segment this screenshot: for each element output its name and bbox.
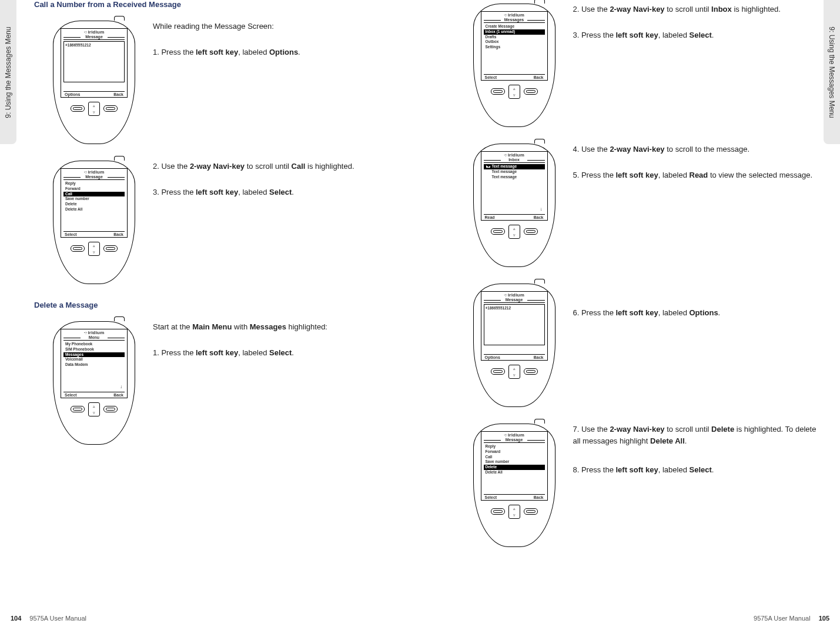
navi-key[interactable]: ▵▿ xyxy=(508,225,520,239)
brand-logo: iridium xyxy=(61,169,127,175)
softkey-right[interactable]: Back xyxy=(534,495,544,499)
menu-item[interactable]: Settings xyxy=(484,45,545,50)
softkey-left[interactable]: Options xyxy=(485,355,500,359)
instruction-r5: 5. Press the left soft key, labeled Read… xyxy=(573,169,817,181)
screen-title: Message xyxy=(63,35,125,40)
navi-key[interactable]: ▵▿ xyxy=(508,505,520,519)
phone-message-view-2: iridium Message +18665551212 Options Bac… xyxy=(473,284,555,407)
screen-title: Menu xyxy=(63,335,125,341)
instruction-r8: 8. Press the left soft key, labeled Sele… xyxy=(573,464,817,476)
menu-item[interactable]: Drafts xyxy=(484,35,545,40)
instruction-2: 2. Use the 2-way Navi-key to scroll unti… xyxy=(153,161,397,172)
menu-item[interactable]: Text message xyxy=(484,169,545,175)
softkey-left[interactable]: Select xyxy=(65,393,77,397)
menu-item[interactable]: Text message xyxy=(484,175,545,180)
phone-message-view: iridium Message +18665551212 Options Bac… xyxy=(53,21,135,144)
navi-key[interactable]: ▵▿ xyxy=(508,85,520,99)
right-soft-button[interactable] xyxy=(524,508,538,515)
left-soft-button[interactable] xyxy=(491,368,505,375)
right-soft-button[interactable] xyxy=(103,245,118,252)
page-number: 104 xyxy=(11,615,21,622)
instruction-3: 3. Press the left soft key, labeled Sele… xyxy=(153,186,397,198)
phone-options-delete: iridium Message Reply Forward Call Save … xyxy=(473,424,555,547)
menu-item[interactable]: Delete All xyxy=(63,207,125,212)
softkey-left[interactable]: Options xyxy=(65,92,80,96)
heading-call-number: Call a Number from a Received Message xyxy=(34,0,397,9)
softkey-right[interactable]: Back xyxy=(534,355,544,359)
right-soft-button[interactable] xyxy=(524,228,538,235)
manual-name: 9575A User Manual xyxy=(754,615,811,622)
menu-item[interactable]: Delete All xyxy=(484,470,545,475)
menu-item[interactable]: My Phonebook xyxy=(63,342,125,347)
left-soft-button[interactable] xyxy=(71,105,85,112)
right-soft-button[interactable] xyxy=(524,368,538,375)
softkey-right[interactable]: Back xyxy=(113,393,123,397)
phone-options-call: iridium Message Reply Forward Call Save … xyxy=(53,161,135,284)
softkey-right[interactable]: Back xyxy=(534,75,544,79)
heading-delete-message: Delete a Message xyxy=(34,301,397,309)
side-tab-right: 9: Using the Messages Menu xyxy=(824,0,840,144)
footer-right: 105 9575A User Manual xyxy=(754,615,829,622)
step-block-1: iridium Message +18665551212 Options Bac… xyxy=(24,21,397,144)
menu-item[interactable]: SIM Phonebook xyxy=(63,347,125,352)
left-soft-button[interactable] xyxy=(491,228,505,235)
right-soft-button[interactable] xyxy=(103,105,118,112)
softkey-right[interactable]: Back xyxy=(534,215,544,219)
mail-icon xyxy=(486,165,491,168)
right-soft-button[interactable] xyxy=(524,88,538,95)
screen-title: Inbox xyxy=(484,158,545,163)
menu-item[interactable]: Forward xyxy=(484,449,545,455)
brand-logo: iridium xyxy=(481,292,547,298)
menu-item[interactable]: Outbox xyxy=(484,39,545,45)
left-soft-button[interactable] xyxy=(71,406,85,412)
menu-list: Create Message Inbox (1 unread) Drafts O… xyxy=(484,24,545,50)
instruction-r4: 4. Use the 2-way Navi-key to scroll to t… xyxy=(573,144,817,155)
navi-key[interactable]: ▵▿ xyxy=(88,402,100,416)
menu-item[interactable]: Save number xyxy=(484,459,545,465)
menu-item[interactable]: Data Modem xyxy=(63,362,125,368)
menu-item[interactable]: Voicemail xyxy=(63,357,125,362)
menu-list: Reply Forward Call Save number Delete De… xyxy=(63,181,125,212)
menu-item-highlighted[interactable]: Call xyxy=(63,192,125,197)
softkey-left[interactable]: Select xyxy=(65,232,77,236)
menu-item-highlighted[interactable]: Text message xyxy=(484,164,545,169)
brand-logo: iridium xyxy=(61,29,127,35)
menu-item-highlighted[interactable]: Delete xyxy=(484,465,545,470)
menu-list: Text message Text message Text message xyxy=(484,164,545,179)
step-block-2: iridium Message Reply Forward Call Save … xyxy=(24,161,397,284)
navi-key[interactable]: ▵▿ xyxy=(508,365,520,379)
brand-logo: iridium xyxy=(61,329,127,335)
phone-inbox: iridium Inbox Text message Text message … xyxy=(473,144,555,267)
softkey-left[interactable]: Select xyxy=(485,75,497,79)
menu-item[interactable]: Delete xyxy=(63,202,125,207)
left-soft-button[interactable] xyxy=(491,88,505,95)
scroll-down-icon: ↓ xyxy=(540,206,543,212)
left-soft-button[interactable] xyxy=(491,508,505,515)
softkey-right[interactable]: Back xyxy=(113,232,123,236)
scroll-down-icon: ↓ xyxy=(120,384,122,389)
menu-item[interactable]: Create Message xyxy=(484,24,545,29)
menu-item[interactable]: Save number xyxy=(63,196,125,202)
left-soft-button[interactable] xyxy=(71,245,85,252)
phone-main-menu: iridium Menu My Phonebook SIM Phonebook … xyxy=(53,321,135,445)
navi-key[interactable]: ▵▿ xyxy=(88,102,100,116)
instruction-r7: 7. Use the 2-way Navi-key to scroll unti… xyxy=(573,424,817,446)
menu-item[interactable]: Forward xyxy=(63,186,125,192)
menu-item-highlighted[interactable]: Messages xyxy=(63,352,125,358)
menu-item[interactable]: Call xyxy=(484,455,545,460)
screen-title: Message xyxy=(484,438,545,443)
softkey-right[interactable]: Back xyxy=(113,92,123,96)
step-block-r3: iridium Message +18665551212 Options Bac… xyxy=(444,284,817,407)
menu-item[interactable]: Reply xyxy=(63,181,125,186)
instruction-1: 1. Press the left soft key, labeled Opti… xyxy=(153,46,397,58)
navi-key[interactable]: ▵▿ xyxy=(88,242,100,256)
side-tab-text: 9: Using the Messages Menu xyxy=(828,26,836,118)
right-soft-button[interactable] xyxy=(103,406,118,412)
page-right: 9: Using the Messages Menu iridium Messa… xyxy=(420,0,841,630)
softkey-left[interactable]: Select xyxy=(485,495,497,499)
instruction-start: Start at the Main Menu with Messages hig… xyxy=(153,321,397,333)
menu-item-highlighted[interactable]: Inbox (1 unread) xyxy=(484,29,545,35)
brand-logo: iridium xyxy=(481,12,547,18)
menu-item[interactable]: Reply xyxy=(484,444,545,449)
softkey-left[interactable]: Read xyxy=(485,215,495,219)
